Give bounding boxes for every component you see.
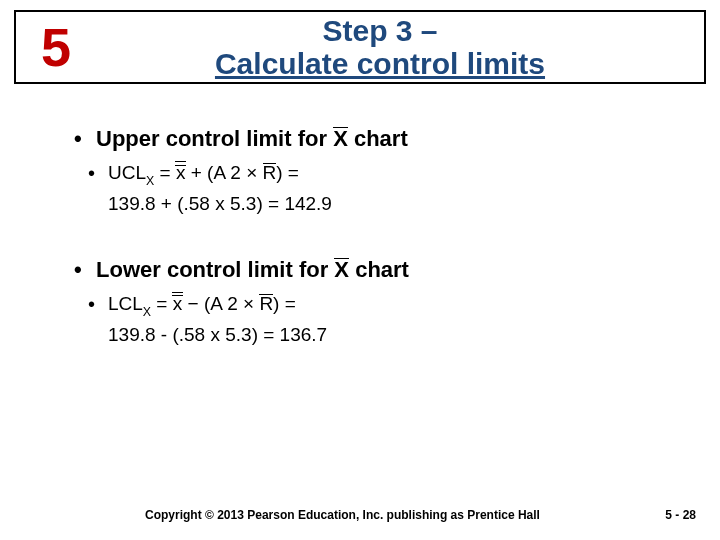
lcl-label: LCL (108, 293, 143, 314)
lower-heading-suffix: chart (349, 257, 409, 282)
xbar-symbol: X (334, 257, 349, 283)
lower-block: Lower control limit for X chart LCLX = x… (96, 257, 636, 346)
upper-formula-symbolic: UCLX = x + (A 2 × R) = (108, 162, 636, 187)
lower-heading-prefix: Lower control limit for (96, 257, 334, 282)
r-bar: R (259, 293, 273, 315)
lower-formula-numeric: 139.8 - (.58 x 5.3) = 136.7 (108, 324, 636, 346)
title-line-1: Step 3 – (96, 14, 664, 47)
copyright: Copyright © 2013 Pearson Education, Inc.… (145, 508, 540, 522)
lcl-close: ) = (273, 293, 296, 314)
x-double-bar: x (176, 162, 186, 184)
lcl-subscript: X (143, 305, 151, 319)
slide-title: Step 3 – Calculate control limits (96, 14, 704, 80)
lower-heading: Lower control limit for X chart (96, 257, 636, 283)
xbar-symbol: X (333, 126, 348, 152)
eq: = (154, 162, 176, 183)
x-double-bar: x (173, 293, 183, 315)
eq: = (151, 293, 173, 314)
upper-formula-numeric: 139.8 + (.58 x 5.3) = 142.9 (108, 193, 636, 215)
ucl-label: UCL (108, 162, 146, 183)
slide: 5 Step 3 – Calculate control limits Uppe… (0, 0, 720, 540)
times-icon: × (246, 162, 257, 183)
page-number: 5 - 28 (665, 508, 696, 522)
ucl-close: ) = (276, 162, 299, 183)
title-line-2: Calculate control limits (96, 47, 664, 80)
r-bar: R (263, 162, 277, 184)
lcl-op: − (A 2 (182, 293, 243, 314)
upper-heading: Upper control limit for X chart (96, 126, 636, 152)
chapter-number: 5 (16, 20, 96, 74)
ucl-subscript: X (146, 174, 154, 188)
title-box: 5 Step 3 – Calculate control limits (14, 10, 706, 84)
body: Upper control limit for X chart UCLX = x… (96, 108, 636, 352)
lower-formula-symbolic: LCLX = x − (A 2 × R) = (108, 293, 636, 318)
upper-heading-prefix: Upper control limit for (96, 126, 333, 151)
ucl-op: + (A 2 (185, 162, 246, 183)
times-icon: × (243, 293, 254, 314)
upper-heading-suffix: chart (348, 126, 408, 151)
